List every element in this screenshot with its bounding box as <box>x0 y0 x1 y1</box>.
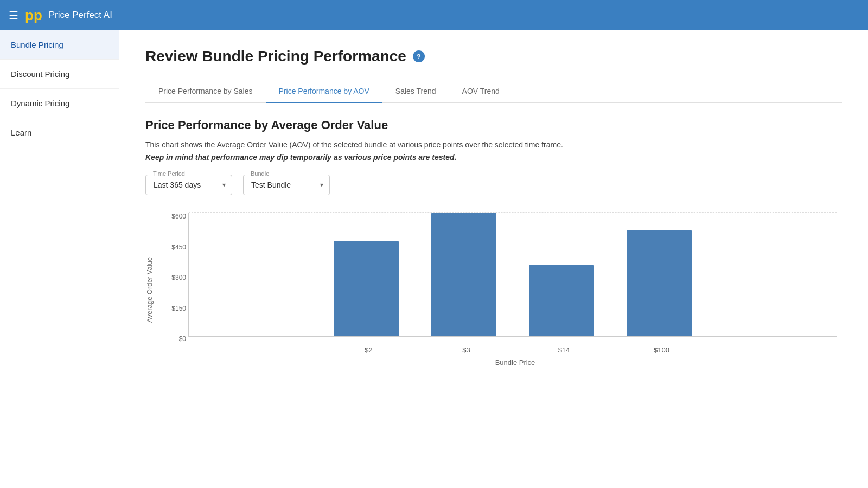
x-label-100: $100 <box>629 346 694 354</box>
bundle-select[interactable]: Test Bundle <box>243 175 330 195</box>
y-tick-600: $600 <box>162 213 186 220</box>
section-description: This chart shows the Average Order Value… <box>145 139 842 151</box>
app-title: Price Perfect AI <box>49 10 112 21</box>
filter-row: Time Period Last 30 days Last 90 days La… <box>145 175 842 195</box>
y-axis-label: Average Order Value <box>145 257 154 323</box>
bar-group-14 <box>529 265 594 336</box>
tab-price-performance-aov[interactable]: Price Performance by AOV <box>266 80 382 103</box>
sidebar-item-learn[interactable]: Learn <box>0 118 119 147</box>
tab-aov-trend[interactable]: AOV Trend <box>449 80 513 103</box>
bar-group-2 <box>334 241 399 336</box>
y-tick-150: $150 <box>162 305 186 312</box>
menu-icon[interactable]: ☰ <box>9 9 18 22</box>
y-tick-0: $0 <box>162 335 186 343</box>
layout: Bundle Pricing Discount Pricing Dynamic … <box>0 30 868 488</box>
sidebar-item-dynamic-pricing[interactable]: Dynamic Pricing <box>0 89 119 118</box>
chart-plot <box>188 213 837 337</box>
page-title: Review Bundle Pricing Performance <box>145 48 406 65</box>
main-content: Review Bundle Pricing Performance ? Pric… <box>119 30 868 488</box>
x-axis-label: Bundle Price <box>188 358 842 367</box>
app-logo: pp <box>25 7 42 24</box>
bar-group-3 <box>431 213 496 336</box>
x-label-14: $14 <box>532 346 597 354</box>
x-axis-labels: $2 $3 $14 $100 <box>188 346 842 354</box>
x-label-2: $2 <box>336 346 401 354</box>
section-note: Keep in mind that performance may dip te… <box>145 153 842 162</box>
tabs: Price Performance by Sales Price Perform… <box>145 80 842 103</box>
bundle-filter: Bundle Test Bundle ▾ <box>243 175 330 195</box>
bar-2 <box>334 241 399 336</box>
bar-group-100 <box>627 230 692 336</box>
time-period-label: Time Period <box>151 170 187 177</box>
section-title: Price Performance by Average Order Value <box>145 118 842 132</box>
bar-3 <box>431 213 496 336</box>
sidebar-item-discount-pricing[interactable]: Discount Pricing <box>0 60 119 89</box>
time-period-filter: Time Period Last 30 days Last 90 days La… <box>145 175 232 195</box>
page-title-row: Review Bundle Pricing Performance ? <box>145 48 842 65</box>
tab-sales-trend[interactable]: Sales Trend <box>382 80 449 103</box>
time-period-select[interactable]: Last 30 days Last 90 days Last 365 days … <box>145 175 232 195</box>
help-icon[interactable]: ? <box>413 50 425 62</box>
topbar: ☰ pp Price Perfect AI <box>0 0 868 30</box>
x-label-3: $3 <box>434 346 499 354</box>
bar-14 <box>529 265 594 336</box>
y-tick-300: $300 <box>162 274 186 281</box>
chart-bars <box>189 213 837 336</box>
tab-price-performance-sales[interactable]: Price Performance by Sales <box>145 80 266 103</box>
bundle-label: Bundle <box>248 170 271 177</box>
y-axis-ticks: $0 $150 $300 $450 $600 <box>162 213 186 343</box>
sidebar: Bundle Pricing Discount Pricing Dynamic … <box>0 30 119 488</box>
y-tick-450: $450 <box>162 243 186 251</box>
bar-100 <box>627 230 692 336</box>
sidebar-item-bundle-pricing[interactable]: Bundle Pricing <box>0 30 119 60</box>
